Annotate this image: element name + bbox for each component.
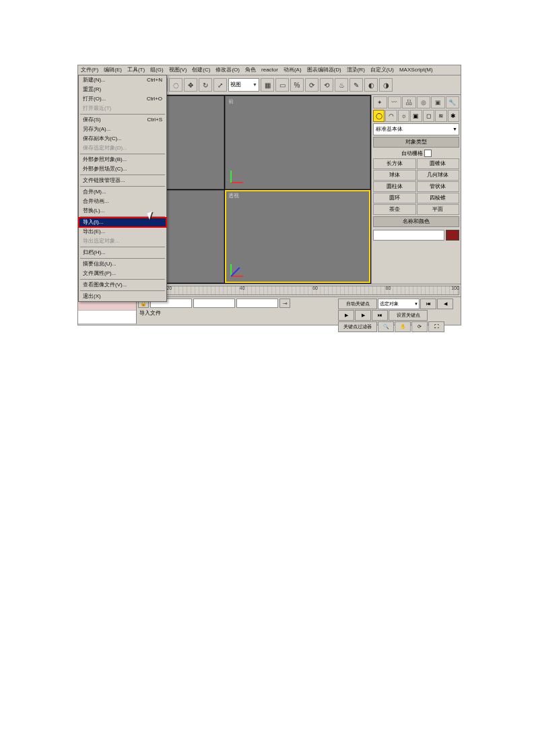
ref-coord-dropdown[interactable]: 视图	[228, 78, 259, 92]
tab-display-icon[interactable]: ▣	[431, 96, 445, 108]
type-geosphere-button[interactable]: 几何球体	[417, 170, 460, 181]
menu-item-label: 替换(L)...	[83, 206, 104, 216]
goto-end-icon[interactable]: ⏭	[372, 310, 388, 321]
menu-modifiers[interactable]: 修改器(O)	[213, 65, 242, 75]
render-last-icon[interactable]: ◑	[379, 78, 393, 92]
type-plane-button[interactable]: 平面	[417, 204, 460, 215]
subtab-cameras-icon[interactable]: ▣	[410, 110, 422, 122]
prev-frame-icon[interactable]: ◀	[437, 298, 453, 309]
menu-item-label: 新建(N)...	[83, 75, 106, 85]
file-menu-item[interactable]: 替换(L)...	[79, 206, 166, 216]
align-tool[interactable]: ⟲	[320, 78, 333, 92]
nav-orbit-icon[interactable]: ⟳	[411, 321, 428, 332]
file-menu-item[interactable]: 归档(H)...	[79, 248, 166, 257]
scale-tool[interactable]: ⤢	[213, 78, 227, 92]
type-teapot-button[interactable]: 茶壶	[373, 204, 416, 215]
subtab-systems-icon[interactable]: ✱	[448, 110, 459, 122]
menu-file[interactable]: 文件(F)	[78, 65, 101, 75]
menu-create[interactable]: 创建(C)	[189, 65, 213, 75]
autogrid-checkbox[interactable]	[424, 150, 432, 157]
file-menu-item[interactable]: 导入(I)...	[79, 218, 166, 227]
material-editor-icon[interactable]: ♨	[335, 78, 348, 92]
menu-separator	[80, 279, 165, 280]
type-pyramid-button[interactable]: 四棱锥	[417, 193, 460, 203]
rollout-object-type[interactable]: 对象类型	[373, 137, 459, 148]
rollout-name-color[interactable]: 名称和颜色	[373, 216, 459, 227]
subtab-geometry-icon[interactable]: ◯	[373, 110, 385, 122]
rotate-tool[interactable]: ↻	[199, 78, 212, 92]
quick-render-icon[interactable]: ◐	[364, 78, 378, 92]
snap-toggle[interactable]: ▦	[261, 78, 274, 92]
key-target-dropdown[interactable]: 选定对象	[378, 298, 420, 309]
next-frame-icon[interactable]: ▶	[355, 310, 371, 321]
file-menu-item[interactable]: 外部参照场景(C)...	[79, 164, 166, 174]
tab-utilities-icon[interactable]: 🔧	[446, 96, 460, 108]
nav-maximize-icon[interactable]: ⛶	[428, 321, 444, 332]
type-cylinder-button[interactable]: 圆柱体	[373, 181, 416, 192]
keymode-icon[interactable]: ⊸	[279, 298, 290, 308]
menu-reactor[interactable]: reactor	[259, 65, 281, 75]
object-color-swatch[interactable]	[446, 230, 459, 241]
file-menu-item[interactable]: 另存为(A)...	[79, 125, 166, 134]
viewport-front[interactable]: 前	[225, 96, 370, 189]
type-box-button[interactable]: 长方体	[373, 158, 416, 169]
menu-customize[interactable]: 自定义(U)	[368, 65, 397, 75]
menu-animation[interactable]: 动画(A)	[281, 65, 304, 75]
menu-grapheditors[interactable]: 图表编辑器(D)	[304, 65, 344, 75]
autokey-button[interactable]: 自动关键点	[338, 298, 377, 309]
file-menu-item[interactable]: 保存副本为(C)...	[79, 134, 166, 144]
setkey-button[interactable]: 设置关键点	[389, 310, 428, 321]
file-menu-item[interactable]: 新建(N)...Ctrl+N	[79, 75, 166, 85]
nav-zoom-icon[interactable]: 🔍	[378, 321, 394, 332]
play-icon[interactable]: ▶	[338, 310, 354, 321]
file-menu-item[interactable]: 导出(E)...	[79, 227, 166, 237]
file-menu-item[interactable]: 外部参照对象(B)...	[79, 155, 166, 164]
type-cone-button[interactable]: 圆锥体	[417, 158, 460, 169]
move-tool[interactable]: ✥	[184, 78, 197, 92]
menu-rendering[interactable]: 渲染(R)	[344, 65, 368, 75]
menu-edit[interactable]: 编辑(E)	[101, 65, 125, 75]
axis-gizmo-icon	[231, 167, 247, 183]
menu-maxscript[interactable]: MAXScript(M)	[397, 65, 436, 75]
select-circular-icon[interactable]: ◌	[169, 78, 182, 92]
subtab-helpers-icon[interactable]: ◻	[423, 110, 434, 122]
transform-y-input[interactable]	[193, 298, 235, 308]
file-menu-item[interactable]: 合并动画...	[79, 197, 166, 206]
type-sphere-button[interactable]: 球体	[373, 170, 416, 181]
tab-modify-icon[interactable]: 〰	[388, 96, 402, 108]
keyfilter-button[interactable]: 关键点过滤器	[338, 321, 377, 332]
subtab-lights-icon[interactable]: ☼	[398, 110, 409, 122]
menu-group[interactable]: 组(G)	[147, 65, 166, 75]
menu-views[interactable]: 视图(V)	[166, 65, 190, 75]
geometry-category-dropdown[interactable]: 标准基本体	[373, 123, 459, 135]
file-menu-item[interactable]: 合并(M)...	[79, 187, 166, 197]
nav-pan-icon[interactable]: ✋	[395, 321, 411, 332]
file-menu-item[interactable]: 文件链接管理器...	[79, 176, 166, 185]
angle-snap-icon[interactable]: ▭	[275, 78, 289, 92]
tab-motion-icon[interactable]: ◎	[417, 96, 431, 108]
file-menu-item[interactable]: 打开(O)...Ctrl+O	[79, 94, 166, 104]
transform-z-input[interactable]	[236, 298, 278, 308]
menu-tools[interactable]: 工具(T)	[125, 65, 147, 75]
subtab-shapes-icon[interactable]: ◠	[385, 110, 397, 122]
file-menu-item[interactable]: 重置(R)	[79, 85, 166, 94]
type-tube-button[interactable]: 管状体	[417, 181, 460, 192]
tab-hierarchy-icon[interactable]: 品	[402, 96, 416, 108]
type-torus-button[interactable]: 圆环	[373, 193, 416, 203]
file-menu-item[interactable]: 保存(S)Ctrl+S	[79, 115, 166, 125]
object-name-input[interactable]	[373, 230, 444, 241]
percent-snap-icon[interactable]: %	[290, 78, 304, 92]
subtab-spacewarps-icon[interactable]: ≋	[435, 110, 446, 122]
goto-start-icon[interactable]: ⏮	[420, 298, 436, 309]
file-menu-item[interactable]: 文件属性(P)...	[79, 269, 166, 278]
mirror-tool[interactable]: ⟳	[305, 78, 319, 92]
menu-character[interactable]: 角色	[242, 65, 259, 75]
viewport-perspective[interactable]: 透视	[225, 190, 370, 284]
file-menu-item[interactable]: 摘要信息(U)...	[79, 259, 166, 269]
tab-create-icon[interactable]: ✦	[373, 96, 387, 108]
animation-controls: 自动关键点 选定对象 ⏮ ◀ ▶ ▶ ⏭ 设置关键点 关键点过滤器 🔍 ✋ ⟳ …	[337, 297, 461, 324]
file-menu-item[interactable]: 查看图像文件(V)...	[79, 280, 166, 290]
render-scene-icon[interactable]: ✎	[349, 78, 363, 92]
file-menu-item[interactable]: 退出(X)	[79, 292, 166, 301]
menu-item-label: 外部参照场景(C)...	[83, 164, 127, 174]
